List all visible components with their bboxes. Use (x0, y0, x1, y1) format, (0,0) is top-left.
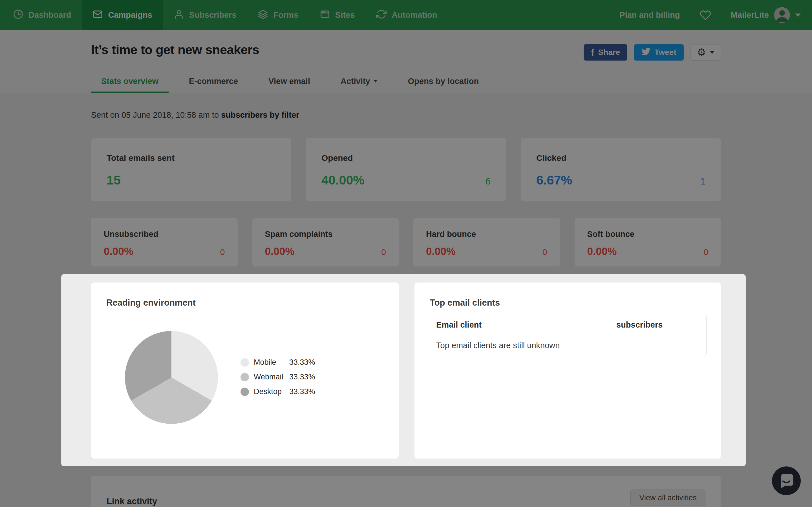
legend-value: 33.33% (289, 373, 315, 381)
stat-value: 0.00% (265, 245, 295, 258)
stat-card-unsubscribed: Unsubscribed 0.00% 0 (91, 218, 238, 267)
column-header-subscribers: subscribers (616, 320, 663, 330)
nav-item-label: Automation (392, 10, 437, 20)
legend-label: Desktop (254, 387, 285, 396)
facebook-share-button[interactable]: f Share (583, 44, 627, 61)
table-header-row: Email client subscribers (429, 315, 706, 335)
stat-value: 15 (107, 173, 121, 187)
primary-stats-row: Total emails sent 15 Opened 40.00% 6 Cli… (91, 138, 721, 202)
stat-label: Unsubscribed (104, 230, 225, 239)
card-title: Reading environment (106, 298, 196, 308)
chevron-down-icon (795, 13, 801, 17)
top-nav: Dashboard Campaigns Subscribers Forms (0, 0, 812, 30)
gear-icon: ⚙ (697, 47, 706, 57)
chevron-down-icon (373, 80, 377, 82)
secondary-stats-row: Unsubscribed 0.00% 0 Spam complaints 0.0… (91, 218, 721, 267)
nav-item-label: Campaigns (108, 10, 152, 20)
stat-card-hard-bounce: Hard bounce 0.00% 0 (413, 218, 560, 267)
stat-label: Hard bounce (426, 230, 547, 239)
stat-value: 40.00% (321, 173, 364, 187)
facebook-icon: f (591, 48, 594, 57)
legend-swatch (241, 388, 249, 396)
stat-count: 0 (703, 247, 708, 257)
account-name: MailerLite (731, 10, 769, 20)
chat-launcher[interactable] (772, 466, 801, 495)
campaign-tabs: Stats overview E-commerce View email Act… (91, 71, 499, 93)
nav-item-dashboard[interactable]: Dashboard (2, 0, 82, 30)
envelope-icon (93, 9, 103, 21)
layers-icon (258, 9, 268, 21)
nav-item-campaigns[interactable]: Campaigns (82, 0, 163, 30)
view-all-activities-button[interactable]: View all activities (630, 490, 705, 506)
stat-value: 0.00% (104, 245, 133, 258)
nav-account-area: Plan and billing MailerLite (619, 0, 812, 30)
page-title: It’s time to get new sneakers (91, 43, 259, 57)
column-header-email-client: Email client (436, 320, 481, 330)
legend-item-webmail: Webmail 33.33% (241, 373, 315, 381)
nav-main-items: Dashboard Campaigns Subscribers Forms (0, 0, 448, 30)
heart-icon[interactable] (700, 10, 711, 21)
stat-label: Clicked (536, 153, 705, 163)
stat-label: Soft bounce (587, 230, 709, 239)
nav-item-label: Dashboard (29, 10, 71, 20)
tab-activity[interactable]: Activity (331, 71, 388, 93)
nav-item-subscribers[interactable]: Subscribers (163, 0, 247, 30)
legend-swatch (241, 358, 249, 367)
stat-label: Spam complaints (265, 230, 386, 239)
browser-icon (320, 9, 330, 21)
nav-item-label: Sites (335, 10, 355, 20)
legend-value: 33.33% (289, 387, 315, 396)
tab-view-email[interactable]: View email (258, 71, 320, 93)
stat-count: 1 (700, 176, 705, 187)
person-icon (174, 9, 184, 21)
campaign-stats-page: Dashboard Campaigns Subscribers Forms (0, 0, 812, 507)
card-title: Top email clients (430, 298, 500, 308)
stat-card-total-emails-sent: Total emails sent 15 (91, 138, 291, 202)
sync-icon (376, 9, 387, 21)
stat-label: Total emails sent (107, 153, 276, 163)
page-header: It’s time to get new sneakers f Share Tw… (0, 30, 812, 93)
reading-environment-card: Reading environment Mobile 33.33% Webmai… (91, 283, 399, 459)
nav-item-label: Subscribers (189, 10, 237, 20)
sent-info: Sent on 05 June 2018, 10:58 am to subscr… (91, 110, 299, 120)
nav-item-forms[interactable]: Forms (247, 0, 309, 30)
pie-legend: Mobile 33.33% Webmail 33.33% Desktop 33.… (241, 358, 315, 402)
tweet-button[interactable]: Tweet (634, 44, 683, 61)
stat-value: 6.67% (536, 173, 572, 187)
tab-stats-overview[interactable]: Stats overview (91, 71, 168, 93)
stat-card-opened: Opened 40.00% 6 (306, 138, 506, 202)
nav-item-sites[interactable]: Sites (309, 0, 365, 30)
settings-dropdown-button[interactable]: ⚙ (691, 44, 721, 61)
legend-item-desktop: Desktop 33.33% (241, 387, 315, 396)
nav-item-label: Forms (273, 10, 298, 20)
stat-count: 6 (486, 176, 491, 187)
legend-label: Mobile (254, 358, 285, 367)
tab-opens-by-location[interactable]: Opens by location (398, 71, 489, 93)
chat-bubble-icon (772, 491, 801, 496)
tab-e-commerce[interactable]: E-commerce (179, 71, 248, 93)
stat-count: 0 (220, 247, 225, 257)
link-activity-card: Link activity View all activities (91, 476, 721, 507)
chevron-down-icon (710, 51, 714, 54)
stat-card-clicked: Clicked 6.67% 1 (521, 138, 721, 202)
reading-environment-pie (125, 331, 218, 424)
stat-label: Opened (321, 153, 491, 163)
stat-value: 0.00% (426, 245, 456, 258)
email-clients-table: Email client subscribers Top email clien… (429, 315, 707, 356)
nav-item-automation[interactable]: Automation (365, 0, 448, 30)
header-actions: f Share Tweet ⚙ (583, 44, 721, 61)
stat-count: 0 (543, 247, 547, 257)
top-email-clients-card: Top email clients Email client subscribe… (414, 283, 721, 459)
legend-item-mobile: Mobile 33.33% (241, 358, 315, 367)
legend-swatch (241, 373, 249, 381)
stat-card-soft-bounce: Soft bounce 0.00% 0 (574, 218, 721, 267)
clock-icon (13, 9, 23, 21)
twitter-icon (642, 47, 651, 58)
stat-card-spam-complaints: Spam complaints 0.00% 0 (252, 218, 399, 267)
table-empty-message: Top email clients are still unknown (429, 335, 706, 356)
nav-item-plan-and-billing[interactable]: Plan and billing (619, 10, 680, 20)
legend-label: Webmail (254, 373, 285, 381)
stat-count: 0 (381, 247, 386, 257)
account-menu[interactable]: MailerLite (731, 7, 801, 23)
sent-audience: subscribers by filter (221, 110, 299, 119)
